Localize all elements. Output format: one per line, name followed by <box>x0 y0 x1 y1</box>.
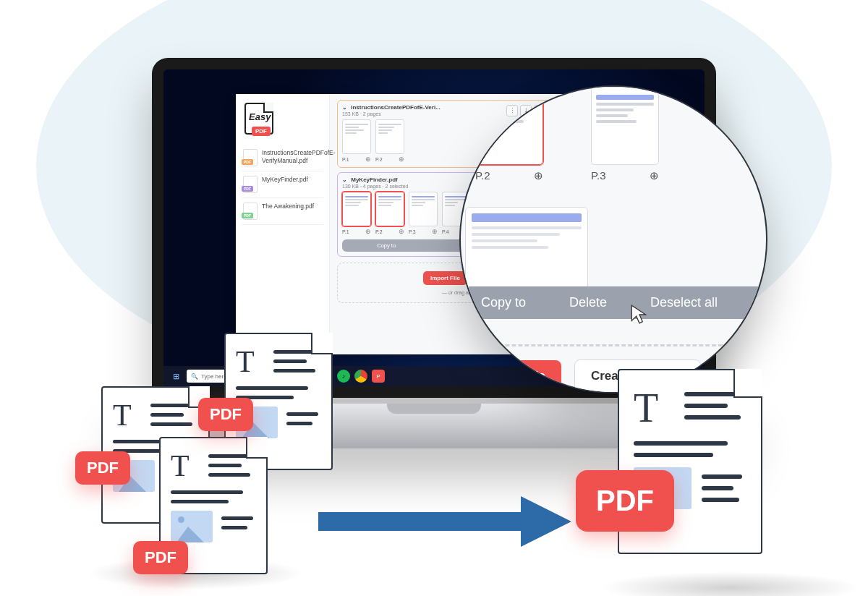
sidebar-file[interactable]: MyKeyFinder.pdf <box>242 171 323 198</box>
app-logo: Easy PDF <box>244 103 273 135</box>
more-icon[interactable]: ⋮ <box>506 105 518 116</box>
magnifier-lens: P.2⊕ P.3⊕ Copy to Delete Deselect all Im… <box>459 85 767 393</box>
chevron-down-icon[interactable]: ⌄ <box>342 176 347 183</box>
chevron-down-icon[interactable]: ⌄ <box>342 104 347 111</box>
start-icon[interactable]: ⊞ <box>169 370 182 383</box>
letter-t-icon: T <box>113 398 143 433</box>
sidebar-file[interactable]: InstructionsCreatePDFofE-VerifyManual.pd… <box>242 145 323 171</box>
file-icon <box>243 149 258 166</box>
cursor-icon <box>630 304 649 325</box>
logo-sheet-icon: Easy PDF <box>244 103 273 135</box>
arrow-icon <box>318 496 571 547</box>
logo-text-easy: Easy <box>249 111 271 122</box>
import-file-button[interactable]: Import File <box>423 271 467 285</box>
deselect-all-button[interactable]: Deselect all <box>650 295 718 310</box>
file-icon <box>243 203 258 220</box>
zoom-icon[interactable]: ⊕ <box>399 228 404 235</box>
page-thumb-large[interactable] <box>465 207 588 292</box>
zoom-icon[interactable]: ⊕ <box>365 156 371 163</box>
copy-to-button[interactable]: Copy to <box>481 295 526 310</box>
file-name: The Awakening.pdf <box>262 203 314 210</box>
page-thumb[interactable]: P.1⊕ <box>342 119 371 163</box>
file-icon <box>243 176 258 193</box>
doc-title: ⌄ MyKeyFinder.pdf <box>342 176 408 183</box>
page-thumb[interactable]: P.2⊕ <box>375 119 404 163</box>
doc-meta: 153 KB · 2 pages <box>342 111 441 116</box>
letter-t-icon: T <box>236 344 266 379</box>
letter-t-icon: T <box>171 448 201 483</box>
chrome-icon[interactable] <box>354 370 367 383</box>
zoom-icon[interactable]: ⊕ <box>432 228 438 235</box>
selection-action-bar: Copy to Delete Deselect all <box>459 286 767 319</box>
app-sidebar: Easy PDF InstructionsCreatePDFofE-Verify… <box>236 94 330 354</box>
doc-meta: 130 KB · 4 pages · 2 selected <box>342 184 408 189</box>
search-icon: 🔍 <box>191 373 198 380</box>
image-placeholder-icon <box>171 511 213 542</box>
copy-to-button[interactable]: Copy to <box>377 242 396 249</box>
app-taskbar-icon[interactable]: P <box>372 370 385 383</box>
pdf-badge-icon: PDF <box>133 541 188 574</box>
zoom-icon[interactable]: ⊕ <box>399 156 404 163</box>
letter-t-icon: T <box>634 385 677 431</box>
laptop-notch <box>387 404 481 414</box>
page-thumb[interactable]: P.3⊕ <box>591 87 659 182</box>
shadow <box>600 571 861 596</box>
sidebar-file[interactable]: The Awakening.pdf <box>242 198 323 225</box>
pdf-badge-icon: PDF <box>75 451 130 485</box>
doc-title: ⌄ InstructionsCreatePDFofE-Veri... <box>342 104 441 111</box>
pdf-badge-icon: PDF <box>576 470 674 532</box>
page-thumb[interactable]: P.2⊕ <box>375 192 404 235</box>
zoom-icon[interactable]: ⊕ <box>365 228 371 235</box>
page-thumb[interactable]: P.3⊕ <box>409 192 438 235</box>
zoom-icon[interactable]: ⊕ <box>650 169 659 182</box>
file-name: InstructionsCreatePDFofE-VerifyManual.pd… <box>262 149 336 164</box>
delete-button[interactable]: Delete <box>569 295 607 310</box>
logo-text-pdf: PDF <box>252 127 271 136</box>
spotify-icon[interactable]: ♪ <box>337 370 350 383</box>
zoom-icon[interactable]: ⊕ <box>534 169 543 182</box>
page-thumb[interactable]: P.1⊕ <box>342 192 371 235</box>
pdf-badge-icon: PDF <box>198 398 253 431</box>
file-name: MyKeyFinder.pdf <box>262 176 308 184</box>
